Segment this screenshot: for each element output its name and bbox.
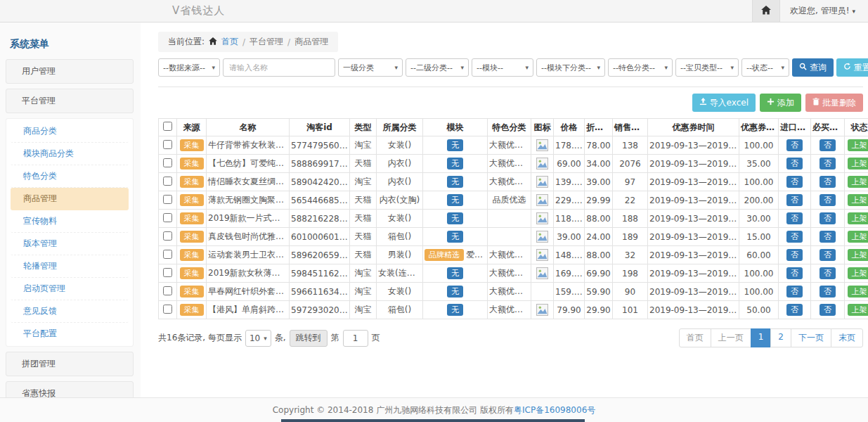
reset-button[interactable]: 重置	[836, 58, 868, 77]
record-count-text: 共16条记录, 每页显示	[158, 332, 242, 344]
filter-module-select[interactable]: --模块--▾	[472, 58, 533, 77]
batch-delete-button[interactable]: 批量删除	[805, 94, 863, 112]
reset-button-label: 重置	[854, 62, 868, 74]
status-badge[interactable]: 上架	[848, 267, 868, 279]
cell-must-buy: 否	[811, 283, 845, 301]
row-checkbox[interactable]	[163, 140, 172, 149]
sidebar-item-宣传物料[interactable]: 宣传物料	[11, 210, 129, 233]
sidebar-item-启动页管理[interactable]: 启动页管理	[11, 278, 129, 300]
row-checkbox[interactable]	[163, 177, 172, 186]
row-checkbox-cell	[159, 246, 177, 264]
column-source: 来源	[177, 119, 207, 136]
jump-button[interactable]: 跳转到	[290, 330, 328, 347]
column-coupon-amount: 优惠券金额	[739, 119, 779, 136]
row-checkbox[interactable]	[163, 250, 172, 259]
home-button[interactable]	[752, 0, 780, 22]
cell-type: 天猫	[350, 228, 377, 246]
filter-module-sub-select[interactable]: --模块下分类--▾	[536, 58, 605, 77]
must-buy-badge[interactable]: 否	[820, 176, 836, 188]
must-buy-badge[interactable]: 否	[820, 158, 836, 170]
table-row: 采集【港风】单肩斜跨链条...597293020870淘宝箱包()无大额优惠券7…	[159, 301, 868, 319]
import-select-badge[interactable]: 否	[786, 212, 803, 224]
row-checkbox[interactable]	[163, 158, 172, 167]
must-buy-badge[interactable]: 否	[820, 304, 836, 316]
import-select-badge[interactable]: 否	[786, 304, 803, 316]
search-button[interactable]: 查询	[792, 58, 834, 77]
per-page-select[interactable]: 10▾	[245, 330, 271, 347]
import-select-badge[interactable]: 否	[786, 194, 803, 206]
table-row: 采集运动套装男士卫衣初秋...589620659791天猫男装()品牌精选爱上运…	[159, 246, 868, 264]
must-buy-badge[interactable]: 否	[820, 212, 836, 224]
sidebar-section-platform[interactable]: 平台管理	[6, 89, 134, 113]
sidebar-section-groupbuy[interactable]: 拼团管理	[6, 352, 134, 376]
must-buy-badge[interactable]: 否	[820, 267, 836, 279]
breadcrumb-home-link[interactable]: 首页	[221, 36, 238, 48]
sidebar-item-特色分类[interactable]: 特色分类	[11, 165, 129, 188]
sidebar-section-express[interactable]: 省惠快报	[6, 381, 134, 397]
user-menu[interactable]: 欢迎您, 管理员!▾	[780, 5, 868, 17]
import-select-badge[interactable]: 否	[786, 139, 803, 151]
pager-item-末页[interactable]: 末页	[831, 328, 863, 347]
import-select-badge[interactable]: 否	[786, 267, 803, 279]
must-buy-badge[interactable]: 否	[820, 194, 836, 206]
import-select-badge[interactable]: 否	[786, 158, 803, 170]
sidebar-section-users[interactable]: 用户管理	[6, 59, 134, 84]
cell-import-select: 否	[779, 136, 811, 155]
import-select-badge[interactable]: 否	[786, 176, 803, 188]
import-excel-button[interactable]: 导入excel	[692, 94, 756, 112]
jump-page-input[interactable]	[343, 330, 368, 347]
row-checkbox[interactable]	[163, 213, 172, 222]
select-value: --特色分类--	[613, 63, 655, 73]
cell-sales: 188	[613, 210, 648, 228]
sidebar-item-模块商品分类[interactable]: 模块商品分类	[11, 143, 129, 165]
pager-item-1[interactable]: 1	[751, 328, 772, 347]
filter-level2-category-select[interactable]: --二级分类--▾	[406, 58, 469, 77]
row-checkbox[interactable]	[163, 286, 172, 295]
sidebar-item-版本管理[interactable]: 版本管理	[11, 233, 129, 255]
name-search-input[interactable]	[223, 58, 335, 77]
row-checkbox[interactable]	[163, 305, 172, 314]
cell-source: 采集	[177, 210, 207, 228]
must-buy-badge[interactable]: 否	[820, 286, 836, 298]
filter-feature-category-select[interactable]: --特色分类--▾	[608, 58, 673, 77]
status-badge[interactable]: 上架	[848, 249, 868, 261]
must-buy-badge[interactable]: 否	[820, 249, 836, 261]
icp-link[interactable]: 粤ICP备16098006号	[514, 404, 595, 416]
status-badge[interactable]: 上架	[848, 194, 868, 206]
sidebar-item-轮播管理[interactable]: 轮播管理	[11, 255, 129, 278]
filter-data-source-select[interactable]: --数据来源--▾	[158, 58, 220, 77]
filter-level1-category-select[interactable]: 一级分类▾	[338, 58, 403, 77]
import-select-badge[interactable]: 否	[786, 231, 803, 243]
filter-item-type-select[interactable]: --宝贝类型--▾	[675, 58, 739, 77]
sidebar-item-平台配置[interactable]: 平台配置	[11, 323, 129, 345]
cell-taoke-id: 589042420344	[290, 173, 350, 191]
cell-coupon-time: 2019-09-13—2019-09-20	[648, 228, 739, 246]
sidebar-item-意见反馈[interactable]: 意见反馈	[11, 300, 129, 323]
cell-module: 无	[423, 136, 488, 155]
status-badge[interactable]: 上架	[848, 158, 868, 170]
cell-source: 采集	[177, 136, 207, 155]
breadcrumb-level2: 商品管理	[294, 36, 328, 48]
status-badge[interactable]: 上架	[848, 176, 868, 188]
add-button[interactable]: 添加	[760, 94, 801, 112]
status-badge[interactable]: 上架	[848, 231, 868, 243]
status-badge[interactable]: 上架	[848, 212, 868, 224]
filter-status-select[interactable]: --状态--▾	[741, 58, 789, 77]
pager-item-下一页[interactable]: 下一页	[791, 328, 831, 347]
source-badge: 采集	[180, 176, 204, 188]
import-select-badge[interactable]: 否	[786, 286, 803, 298]
sidebar-item-商品分类[interactable]: 商品分类	[11, 120, 129, 143]
status-badge[interactable]: 上架	[848, 304, 868, 316]
row-checkbox[interactable]	[163, 268, 172, 277]
pager-item-2[interactable]: 2	[770, 328, 791, 347]
sidebar-item-商品管理[interactable]: 商品管理	[11, 188, 129, 210]
row-checkbox[interactable]	[163, 195, 172, 204]
select-all-checkbox[interactable]	[163, 122, 172, 131]
status-badge[interactable]: 上架	[848, 139, 868, 151]
status-badge[interactable]: 上架	[848, 286, 868, 298]
must-buy-badge[interactable]: 否	[820, 231, 836, 243]
import-select-badge[interactable]: 否	[786, 249, 803, 261]
row-checkbox[interactable]	[163, 231, 172, 241]
cell-coupon-amount: 100.00	[739, 264, 779, 283]
must-buy-badge[interactable]: 否	[820, 139, 836, 151]
